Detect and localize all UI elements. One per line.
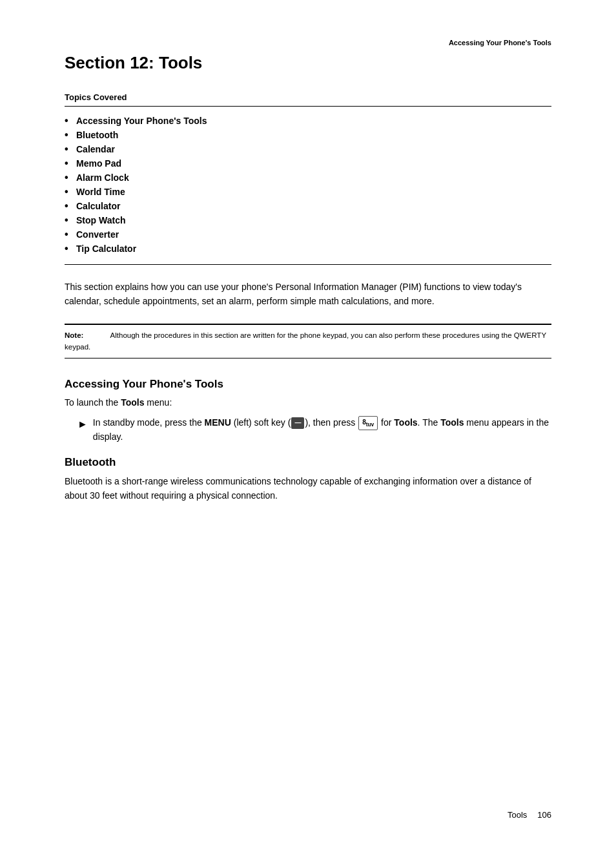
list-item: Calendar — [65, 144, 551, 154]
topics-covered-label: Topics Covered — [65, 92, 551, 102]
bluetooth-body: Bluetooth is a short-range wireless comm… — [65, 474, 551, 503]
list-item: Memo Pad — [65, 158, 551, 169]
section-description: This section explains how you can use yo… — [65, 273, 551, 316]
footer-label: Tools — [508, 810, 527, 820]
list-item: World Time — [65, 187, 551, 197]
launch-intro: To launch the Tools menu: — [65, 396, 551, 410]
description-block: This section explains how you can use yo… — [65, 264, 551, 324]
key-8-icon: 8tuv — [358, 416, 378, 430]
topics-divider-top — [65, 106, 551, 107]
list-item: Tip Calculator — [65, 244, 551, 254]
note-box: Note: Although the procedures in this se… — [65, 324, 551, 358]
list-item: Converter — [65, 229, 551, 240]
page: Accessing Your Phone's Tools Section 12:… — [0, 0, 616, 852]
header-section-label: Accessing Your Phone's Tools — [65, 39, 551, 47]
list-item: Accessing Your Phone's Tools — [65, 116, 551, 126]
list-item: Bluetooth — [65, 130, 551, 140]
menu-label: MENU — [205, 417, 231, 428]
accessing-subsection-title: Accessing Your Phone's Tools — [65, 378, 551, 391]
page-footer: Tools 106 — [508, 810, 551, 820]
note-label: Note: — [65, 331, 83, 339]
launch-instruction: ► In standby mode, press the MENU (left)… — [77, 416, 551, 444]
topics-list: Accessing Your Phone's Tools Bluetooth C… — [65, 116, 551, 254]
note-text: Although the procedures in this section … — [65, 331, 546, 350]
list-item: Alarm Clock — [65, 172, 551, 183]
launch-text: In standby mode, press the MENU (left) s… — [93, 416, 551, 444]
list-item: Stop Watch — [65, 215, 551, 225]
arrow-icon: ► — [77, 417, 88, 433]
tools-label-2: Tools — [440, 417, 464, 428]
tools-label: Tools — [394, 417, 417, 428]
section-title: Section 12: Tools — [65, 53, 551, 73]
list-item: Calculator — [65, 201, 551, 211]
soft-key-icon: — — [291, 417, 304, 429]
tools-bold-inline: Tools — [121, 397, 144, 408]
bluetooth-subsection-title: Bluetooth — [65, 456, 551, 469]
footer-page: 106 — [537, 810, 551, 820]
